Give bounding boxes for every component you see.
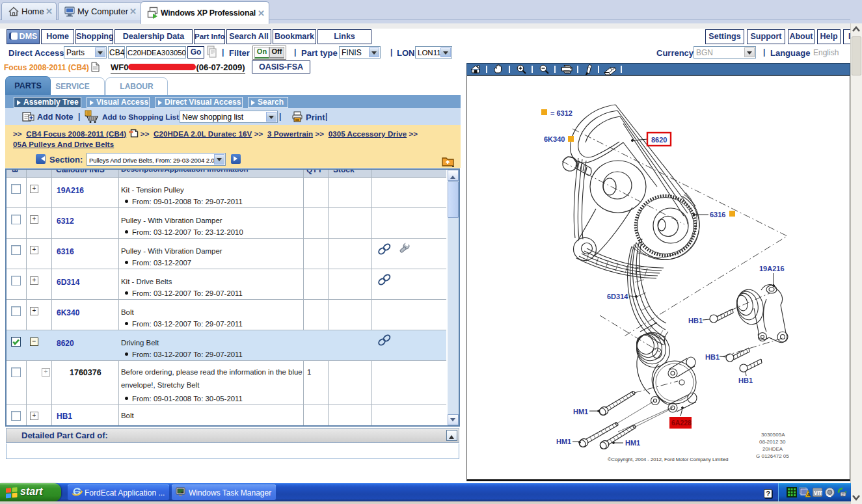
svg-text:6316: 6316 xyxy=(710,211,725,219)
svg-text:3030505A: 3030505A xyxy=(761,432,785,438)
svg-text:HM1: HM1 xyxy=(573,408,588,416)
svg-text:8620: 8620 xyxy=(651,136,667,144)
svg-text:HB1: HB1 xyxy=(705,353,720,361)
svg-text:HB1: HB1 xyxy=(688,317,703,325)
svg-text:©Copyright, 2004 - 2012, Ford: ©Copyright, 2004 - 2012, Ford Motor Comp… xyxy=(608,457,728,462)
svg-text:08-2012 30: 08-2012 30 xyxy=(759,439,786,445)
svg-text:6K340: 6K340 xyxy=(544,135,565,143)
svg-text:HM1: HM1 xyxy=(625,439,640,447)
svg-text:= 6312: = 6312 xyxy=(550,109,572,117)
svg-text:G 0126472 05: G 0126472 05 xyxy=(756,453,789,459)
svg-text:6A228: 6A228 xyxy=(671,419,692,427)
svg-text:20HDEA: 20HDEA xyxy=(762,446,783,452)
svg-text:A: A xyxy=(807,492,811,497)
svg-text:HM1: HM1 xyxy=(556,438,571,445)
svg-text:6D314: 6D314 xyxy=(607,293,628,300)
svg-text:HB1: HB1 xyxy=(738,377,753,384)
svg-text:19A216: 19A216 xyxy=(759,265,785,272)
svg-text:vm: vm xyxy=(814,489,822,496)
